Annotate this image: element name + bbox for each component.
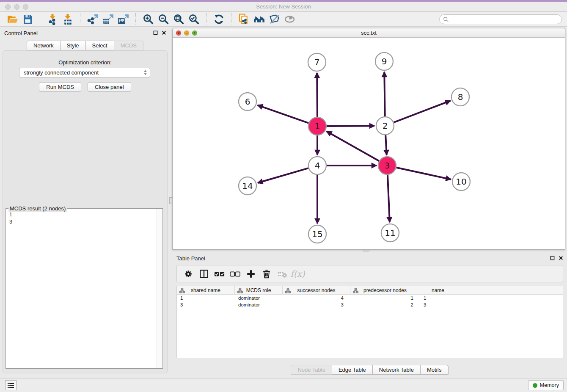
table-cell: 1 — [350, 295, 420, 301]
criterion-dropdown[interactable]: strongly connected component — [19, 68, 150, 77]
zoom-fit-icon[interactable] — [171, 13, 186, 25]
graph-edge-1-2[interactable] — [327, 126, 374, 126]
tab-mcds[interactable]: MCDS — [114, 41, 143, 50]
table-cell: 3 — [283, 301, 350, 308]
table-cell: 4 — [283, 295, 350, 301]
memory-status-dot — [533, 383, 537, 388]
network-window-title: scc.txt — [173, 30, 565, 36]
table-row[interactable]: 1dominator411 — [177, 295, 563, 301]
window-title: Session: New Session — [0, 3, 567, 10]
graph-node-label: 14 — [242, 181, 253, 191]
graph-edge-1-6[interactable] — [258, 105, 309, 123]
graph-node-10[interactable]: 10 — [452, 173, 470, 190]
graph-node-9[interactable]: 9 — [375, 52, 393, 70]
show-columns-icon[interactable] — [196, 267, 212, 281]
graph-node-8[interactable]: 8 — [451, 88, 469, 106]
select-all-icon[interactable] — [212, 267, 227, 281]
table-cell: 3 — [420, 301, 456, 308]
refresh-network-icon[interactable] — [211, 13, 226, 25]
control-panel-title: Control Panel — [4, 30, 38, 36]
table-cell: 3 — [177, 301, 235, 308]
network-window-titlebar[interactable]: x – + scc.txt — [173, 28, 565, 38]
zoom-selected-icon[interactable] — [186, 13, 201, 25]
vertical-splitter-handle[interactable] — [169, 197, 172, 204]
memory-label: Memory — [540, 382, 559, 388]
graph-edge-3-10[interactable] — [396, 168, 451, 179]
tab-network-table[interactable]: Network Table — [372, 365, 421, 375]
duplicate-network-icon[interactable] — [236, 13, 251, 25]
table-panel: Table Panel f(x) shared nameMCDS rolesuc… — [172, 252, 567, 377]
import-table-icon[interactable] — [60, 13, 75, 25]
control-panel: Control Panel NetworkStyleSelectMCDS Opt… — [0, 27, 170, 377]
tab-network[interactable]: Network — [27, 41, 61, 50]
network-canvas[interactable]: 1234678910111415 — [173, 38, 565, 249]
import-network-icon[interactable] — [45, 13, 60, 25]
run-mcds-button[interactable]: Run MCDS — [39, 82, 81, 92]
graph-node-label: 4 — [315, 160, 320, 171]
tab-style[interactable]: Style — [60, 41, 86, 50]
float-table-panel-icon[interactable] — [550, 255, 555, 261]
graph-node-label: 7 — [314, 57, 320, 67]
graphics-details-icon[interactable] — [282, 13, 297, 25]
function-builder-icon[interactable]: f(x) — [290, 267, 306, 281]
graph-edge-1-7[interactable] — [317, 73, 317, 117]
graph-node-label: 15 — [312, 229, 322, 239]
toolbar-group — [135, 13, 206, 25]
graph-edge-3-1[interactable] — [327, 131, 379, 161]
graph-node-14[interactable]: 14 — [239, 177, 256, 195]
delete-table-icon[interactable] — [274, 267, 290, 281]
column-header-label: MCDS role — [246, 287, 271, 293]
graph-edge-4-14[interactable] — [258, 168, 308, 183]
delete-column-icon[interactable] — [259, 267, 274, 281]
tab-select[interactable]: Select — [85, 41, 114, 50]
add-column-icon[interactable] — [243, 267, 259, 281]
tab-node-table[interactable]: Node Table — [291, 365, 332, 375]
column-header-name[interactable]: name — [420, 286, 456, 294]
deselect-all-icon[interactable] — [227, 267, 243, 281]
tab-motifs[interactable]: Motifs — [420, 365, 449, 375]
column-header-label: predecessor nodes — [363, 287, 407, 293]
graph-node-2[interactable]: 2 — [376, 117, 394, 135]
close-table-panel-icon[interactable] — [558, 255, 564, 261]
table-cell: 1 — [420, 295, 456, 301]
table-settings-icon[interactable] — [180, 267, 196, 281]
float-panel-icon[interactable] — [153, 30, 158, 36]
toolbar-group — [0, 13, 40, 25]
graph-node-7[interactable]: 7 — [308, 53, 326, 71]
column-header-shared-name[interactable]: shared name — [177, 286, 235, 294]
label-visibility-icon[interactable] — [267, 13, 282, 25]
memory-button[interactable]: Memory — [528, 380, 564, 390]
graph-node-6[interactable]: 6 — [239, 93, 256, 110]
zoom-in-icon[interactable] — [140, 13, 156, 25]
search-input[interactable] — [451, 17, 558, 22]
open-session-icon[interactable] — [5, 13, 20, 25]
graph-node-1[interactable]: 1 — [308, 117, 326, 135]
save-session-icon[interactable] — [20, 13, 35, 25]
column-header-successor-nodes[interactable]: successor nodes — [283, 286, 350, 294]
graph-edge-2-3[interactable] — [385, 135, 387, 155]
export-table-icon[interactable] — [100, 13, 116, 25]
export-image-icon[interactable] — [116, 13, 131, 25]
tab-edge-table[interactable]: Edge Table — [332, 365, 373, 375]
graph-node-11[interactable]: 11 — [381, 224, 399, 242]
export-network-icon[interactable] — [85, 13, 100, 25]
close-panel-button[interactable]: Close panel — [88, 82, 131, 92]
graph-node-4[interactable]: 4 — [308, 157, 326, 174]
graph-edge-2-8[interactable] — [394, 101, 451, 122]
column-header-predecessor-nodes[interactable]: predecessor nodes — [350, 286, 420, 294]
close-panel-icon[interactable] — [161, 30, 167, 36]
graph-node-15[interactable]: 15 — [308, 225, 326, 243]
graph-node-3[interactable]: 3 — [378, 157, 396, 174]
graph-edge-3-11[interactable] — [388, 175, 390, 222]
graph-edge-2-9[interactable] — [384, 72, 385, 116]
search-box[interactable] — [439, 14, 562, 24]
zoom-out-icon[interactable] — [156, 13, 171, 25]
toolbar-group — [206, 13, 231, 25]
mcds-result-scrollbar[interactable] — [157, 209, 162, 368]
graph-node-label: 11 — [385, 228, 395, 238]
graph-node-label: 2 — [383, 121, 388, 131]
column-header-MCDS-role[interactable]: MCDS role — [235, 286, 283, 294]
home-view-icon[interactable] — [251, 13, 267, 25]
table-row[interactable]: 3dominator323 — [177, 301, 563, 308]
task-history-button[interactable] — [5, 380, 17, 390]
